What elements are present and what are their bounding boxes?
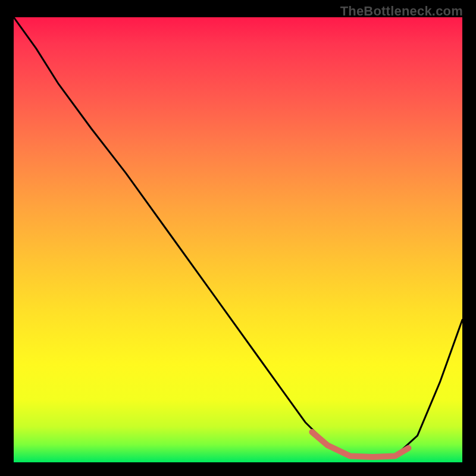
curve-svg bbox=[14, 17, 462, 462]
accent-curve bbox=[312, 432, 408, 457]
watermark-text: TheBottleneck.com bbox=[340, 4, 463, 19]
chart-frame: TheBottleneck.com bbox=[0, 0, 476, 476]
bottleneck-curve bbox=[14, 17, 462, 457]
plot-area bbox=[14, 17, 462, 462]
